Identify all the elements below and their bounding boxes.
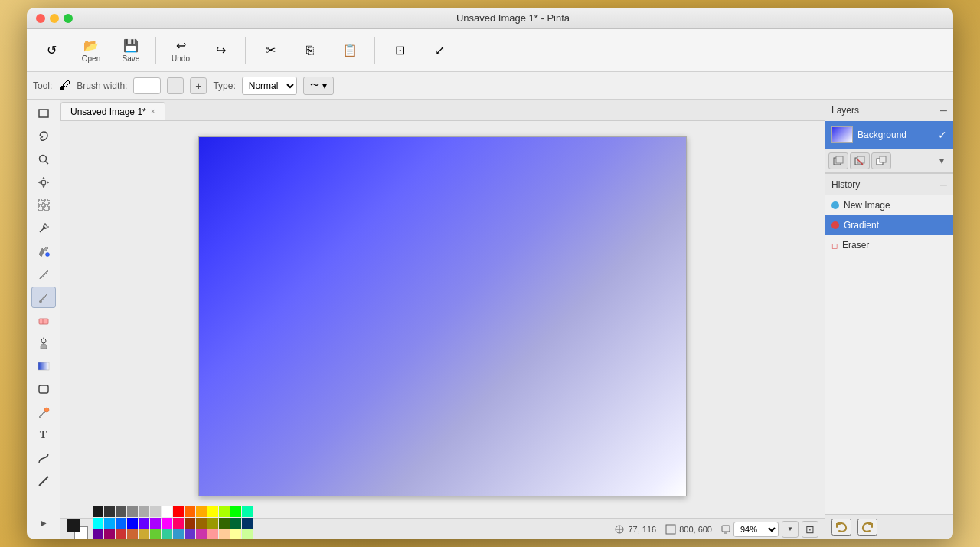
zoom-dropdown-button[interactable]: ▼ (782, 521, 799, 538)
palette-swatch[interactable] (173, 529, 184, 539)
palette-swatch[interactable] (93, 506, 103, 517)
zoom-select[interactable]: 94% 50% 75% 100% 150% 200% (733, 522, 779, 537)
palette-swatch[interactable] (196, 518, 207, 529)
palette-swatch[interactable] (219, 529, 230, 539)
palette-swatch[interactable] (185, 506, 195, 517)
palette-swatch[interactable] (162, 529, 172, 539)
palette-swatch[interactable] (104, 518, 115, 529)
palette-swatch[interactable] (127, 518, 138, 529)
palette-swatch[interactable] (127, 506, 138, 517)
tool-clone[interactable] (31, 332, 56, 354)
cut-button[interactable]: ✂ (252, 40, 289, 61)
tool-bezier[interactable] (31, 447, 56, 469)
palette-swatch[interactable] (150, 506, 161, 517)
tool-line[interactable] (31, 470, 56, 492)
new-button[interactable]: ↺ (33, 40, 70, 61)
palette-swatch[interactable] (207, 529, 218, 539)
tool-rect-shape[interactable] (31, 378, 56, 400)
palette-swatch[interactable] (116, 506, 126, 517)
tool-gradient[interactable] (31, 355, 56, 377)
resize-button[interactable]: ⤢ (421, 40, 458, 61)
history-redo-button[interactable] (858, 519, 877, 536)
palette-swatch[interactable] (196, 529, 207, 539)
history-item-new-image[interactable]: New Image (825, 195, 953, 215)
image-tab[interactable]: Unsaved Image 1* × (60, 102, 165, 120)
image-canvas[interactable] (198, 136, 687, 496)
palette-swatch[interactable] (116, 518, 126, 529)
undo-button[interactable]: ↩ Undo (162, 35, 199, 66)
layers-more-button[interactable]: ▾ (933, 152, 950, 169)
palette-swatch[interactable] (230, 506, 241, 517)
redo-button[interactable]: ↪ (202, 40, 239, 61)
palette-swatch[interactable] (230, 518, 241, 529)
palette-swatch[interactable] (162, 506, 172, 517)
layer-item-background[interactable]: Background ✓ (825, 121, 953, 149)
palette-swatch[interactable] (173, 518, 184, 529)
tool-pan[interactable] (31, 172, 56, 193)
history-item-gradient[interactable]: Gradient (825, 215, 953, 235)
palette-swatch[interactable] (150, 529, 161, 539)
add-layer-button[interactable] (828, 152, 848, 169)
maximize-button[interactable] (64, 14, 73, 23)
palette-swatch[interactable] (219, 518, 230, 529)
layers-header[interactable]: Layers – (825, 100, 953, 121)
brush-width-decrease[interactable]: – (167, 77, 184, 94)
tool-eraser[interactable] (31, 310, 56, 331)
copy-button[interactable]: ⎘ (292, 41, 328, 61)
palette-swatch[interactable] (127, 529, 138, 539)
history-item-eraser[interactable]: ◻ Eraser (825, 235, 953, 255)
palette-swatch[interactable] (242, 518, 253, 529)
palette-swatch[interactable] (185, 518, 195, 529)
tab-close-button[interactable]: × (151, 107, 155, 116)
palette-swatch[interactable] (93, 518, 103, 529)
palette-swatch[interactable] (139, 506, 149, 517)
palette-swatch[interactable] (185, 529, 195, 539)
tool-pencil[interactable] (31, 264, 56, 285)
palette-swatch[interactable] (139, 518, 149, 529)
palette-swatch[interactable] (150, 518, 161, 529)
palette-swatch[interactable] (173, 506, 184, 517)
history-undo-button[interactable] (831, 519, 851, 536)
foreground-color-box[interactable] (67, 519, 80, 532)
palette-swatch[interactable] (242, 529, 253, 539)
layer-visible-check[interactable]: ✓ (938, 129, 947, 141)
palette-swatch[interactable] (207, 518, 218, 529)
tool-color-picker[interactable] (31, 401, 56, 423)
layers-collapse-button[interactable]: – (940, 103, 947, 117)
tool-zoom[interactable] (31, 149, 56, 170)
canvas-container[interactable] (60, 121, 825, 518)
duplicate-layer-button[interactable] (871, 152, 891, 169)
pen-smoothing-button[interactable]: 〜 ▾ (303, 77, 334, 95)
palette-swatch[interactable] (162, 518, 172, 529)
brush-width-increase[interactable]: + (190, 77, 207, 94)
palette-swatch[interactable] (242, 506, 253, 517)
history-collapse-button[interactable]: – (940, 178, 947, 192)
palette-swatch[interactable] (116, 529, 126, 539)
crop-button[interactable]: ⊡ (381, 40, 418, 61)
tool-brush[interactable] (31, 287, 56, 308)
tool-magic-select[interactable] (31, 195, 56, 216)
close-button[interactable] (36, 14, 45, 23)
palette-swatch[interactable] (196, 506, 207, 517)
palette-swatch[interactable] (104, 506, 115, 517)
type-select[interactable]: Normal Multiply Screen Overlay (242, 77, 297, 95)
palette-swatch[interactable] (219, 506, 230, 517)
color-boxes[interactable] (67, 519, 88, 540)
remove-layer-button[interactable] (850, 152, 870, 169)
tool-rect-select[interactable] (31, 103, 56, 124)
palette-swatch[interactable] (230, 529, 241, 539)
open-button[interactable]: 📂 Open (73, 35, 109, 66)
tool-paint-bucket[interactable] (31, 241, 56, 262)
brush-width-input[interactable]: 19 (133, 77, 161, 94)
tool-lasso-select[interactable] (31, 126, 56, 147)
tool-wand-select[interactable] (31, 218, 56, 239)
minimize-button[interactable] (50, 14, 59, 23)
paste-button[interactable]: 📋 (332, 40, 368, 61)
palette-swatch[interactable] (207, 506, 218, 517)
zoom-fit-button[interactable]: ⊡ (802, 521, 818, 538)
palette-swatch[interactable] (93, 529, 103, 539)
palette-swatch[interactable] (104, 529, 115, 539)
palette-swatch[interactable] (139, 529, 149, 539)
history-header[interactable]: History – (825, 174, 953, 195)
save-button[interactable]: 💾 Save (113, 35, 149, 66)
